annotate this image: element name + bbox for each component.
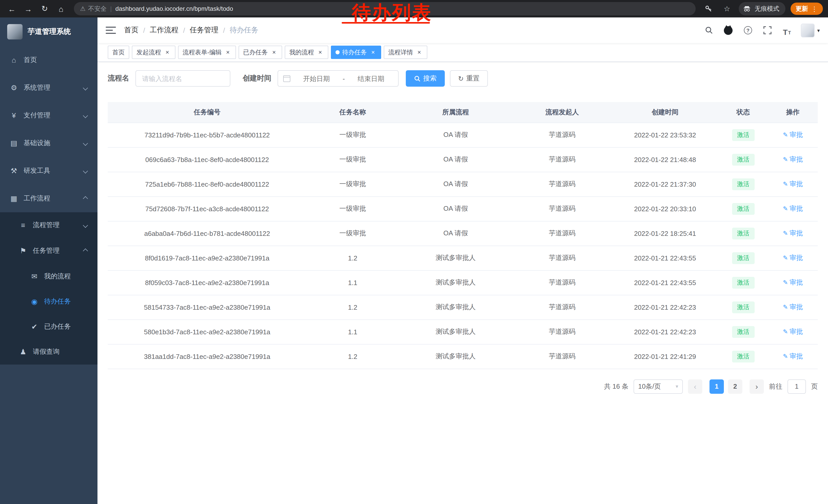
breadcrumb-item-任务管理[interactable]: 任务管理 xyxy=(190,26,218,35)
table-row: 725a1eb6-7b88-11ec-8ef0-acde48001122一级审批… xyxy=(108,172,818,196)
browser-update-button[interactable]: 更新 ⋮ xyxy=(791,3,823,15)
action-cell: ✎审批 xyxy=(768,344,818,369)
close-icon[interactable]: × xyxy=(416,49,423,56)
audit-link[interactable]: ✎审批 xyxy=(783,327,803,336)
prev-page-button[interactable]: ‹ xyxy=(688,379,702,394)
task-name-cell: 1.1 xyxy=(306,270,399,295)
sidebar-item-系统管理[interactable]: ⚙系统管理 xyxy=(0,74,97,101)
github-link[interactable] xyxy=(723,25,734,36)
fullscreen-icon[interactable] xyxy=(762,25,773,36)
bookmark-star-icon[interactable]: ☆ xyxy=(720,2,734,15)
audit-label: 审批 xyxy=(790,155,803,164)
sidebar-item-待办任务[interactable]: ◉待办任务 xyxy=(0,289,97,314)
incognito-indicator[interactable]: 无痕模式 xyxy=(739,2,785,15)
incognito-label: 无痕模式 xyxy=(755,4,779,13)
process-cell: OA 请假 xyxy=(399,172,512,196)
sidebar-item-我的流程[interactable]: ✉我的流程 xyxy=(0,264,97,289)
not-secure-indicator[interactable]: ⚠ 不安全 xyxy=(80,4,107,13)
date-range-picker[interactable]: - xyxy=(278,70,399,87)
sidebar-item-已办任务[interactable]: ✔已办任务 xyxy=(0,314,97,339)
status-cell: 激活 xyxy=(718,172,768,196)
table-row: 8f0d1619-7ac8-11ec-a9e2-a2380e71991a1.2测… xyxy=(108,245,818,270)
tab-我的流程[interactable]: 我的流程× xyxy=(285,46,328,59)
audit-link[interactable]: ✎审批 xyxy=(783,229,803,238)
user-menu[interactable]: ▾ xyxy=(801,23,820,37)
tab-label: 流程表单-编辑 xyxy=(182,48,222,57)
app-logo[interactable]: 芋道管理系统 xyxy=(0,17,97,46)
audit-link[interactable]: ✎审批 xyxy=(783,179,803,189)
browser-forward-icon[interactable]: → xyxy=(22,2,35,15)
tab-label: 流程详情 xyxy=(388,48,413,57)
table-row: 8f059c03-7ac8-11ec-a9e2-a2380e71991a1.1测… xyxy=(108,270,818,295)
process-cell: 测试多审批人 xyxy=(399,319,512,344)
initiator-cell: 芋道源码 xyxy=(512,123,612,147)
initiator-cell: 芋道源码 xyxy=(512,344,612,369)
chevron-down-icon xyxy=(83,113,88,118)
reset-button[interactable]: ↻ 重置 xyxy=(450,70,488,87)
close-icon[interactable]: × xyxy=(369,49,377,56)
process-cell: 测试多审批人 xyxy=(399,245,512,270)
browser-menu-icon[interactable]: ⋮ xyxy=(811,5,818,12)
page-size-select[interactable]: 10条/页 ▾ xyxy=(633,379,683,394)
sidebar-collapse-icon[interactable] xyxy=(106,27,116,34)
sidebar-item-首页[interactable]: ⌂首页 xyxy=(0,46,97,74)
tab-已办任务[interactable]: 已办任务× xyxy=(239,46,282,59)
browser-back-icon[interactable]: ← xyxy=(5,2,18,15)
chevron-up-icon xyxy=(83,248,88,253)
password-key-icon[interactable] xyxy=(702,2,715,15)
search-button[interactable]: 搜索 xyxy=(406,70,445,87)
audit-link[interactable]: ✎审批 xyxy=(783,155,803,164)
audit-link[interactable]: ✎审批 xyxy=(783,303,803,312)
sidebar-item-基础设施[interactable]: ▤基础设施 xyxy=(0,129,97,157)
sidebar-item-任务管理[interactable]: ⚑任务管理 xyxy=(0,238,97,264)
start-date-input[interactable] xyxy=(294,75,339,82)
close-icon[interactable]: × xyxy=(164,49,171,56)
refresh-icon: ↻ xyxy=(458,75,464,82)
status-cell: 激活 xyxy=(718,270,768,295)
breadcrumb-item-工作流程[interactable]: 工作流程 xyxy=(150,26,178,35)
next-page-button[interactable]: › xyxy=(749,379,764,394)
audit-link[interactable]: ✎审批 xyxy=(783,130,803,139)
tab-流程表单-编辑[interactable]: 流程表单-编辑× xyxy=(178,46,236,59)
column-header: 状态 xyxy=(718,102,768,123)
initiator-cell: 芋道源码 xyxy=(512,270,612,295)
browser-home-icon[interactable]: ⌂ xyxy=(54,2,68,15)
tab-发起流程[interactable]: 发起流程× xyxy=(132,46,175,59)
audit-link[interactable]: ✎审批 xyxy=(783,253,803,263)
total-count: 共 16 条 xyxy=(604,382,628,391)
search-icon[interactable] xyxy=(703,25,715,36)
audit-label: 审批 xyxy=(790,352,803,361)
tab-待办任务[interactable]: 待办任务× xyxy=(331,46,381,59)
close-icon[interactable]: × xyxy=(317,49,324,56)
audit-link[interactable]: ✎审批 xyxy=(783,278,803,287)
tab-首页[interactable]: 首页 xyxy=(108,46,129,59)
help-link[interactable]: ? xyxy=(742,25,754,36)
update-label: 更新 xyxy=(796,4,808,13)
avatar xyxy=(801,23,815,37)
close-icon[interactable]: × xyxy=(271,49,278,56)
breadcrumb-item-首页[interactable]: 首页 xyxy=(124,26,138,35)
sidebar-item-label: 研发工具 xyxy=(24,166,50,175)
font-size-icon[interactable]: TT xyxy=(781,25,793,36)
page-button-1[interactable]: 1 xyxy=(709,379,724,394)
sidebar-item-请假查询[interactable]: ♟请假查询 xyxy=(0,339,97,365)
status-badge: 激活 xyxy=(732,153,754,165)
browser-reload-icon[interactable]: ↻ xyxy=(38,2,51,15)
sidebar-item-工作流程[interactable]: ▦工作流程 xyxy=(0,185,97,212)
status-cell: 激活 xyxy=(718,147,768,172)
task-name-cell: 一级审批 xyxy=(306,147,399,172)
audit-link[interactable]: ✎审批 xyxy=(783,204,803,213)
page-button-2[interactable]: 2 xyxy=(728,379,742,394)
warning-icon: ⚠ xyxy=(80,5,86,12)
tab-流程详情[interactable]: 流程详情× xyxy=(384,46,427,59)
sidebar-item-研发工具[interactable]: ⚒研发工具 xyxy=(0,157,97,185)
table-body: 73211d9d-7b9b-11ec-b5b7-acde48001122一级审批… xyxy=(108,123,818,369)
close-icon[interactable]: × xyxy=(224,49,232,56)
goto-page-input[interactable] xyxy=(787,379,806,394)
end-date-input[interactable] xyxy=(349,75,393,82)
sidebar-item-流程管理[interactable]: ≡流程管理 xyxy=(0,212,97,238)
audit-link[interactable]: ✎审批 xyxy=(783,352,803,361)
sidebar-item-支付管理[interactable]: ¥支付管理 xyxy=(0,101,97,129)
task-id-cell: 58154733-7ac8-11ec-a9e2-a2380e71991a xyxy=(108,295,306,319)
process-name-input[interactable] xyxy=(135,70,230,87)
